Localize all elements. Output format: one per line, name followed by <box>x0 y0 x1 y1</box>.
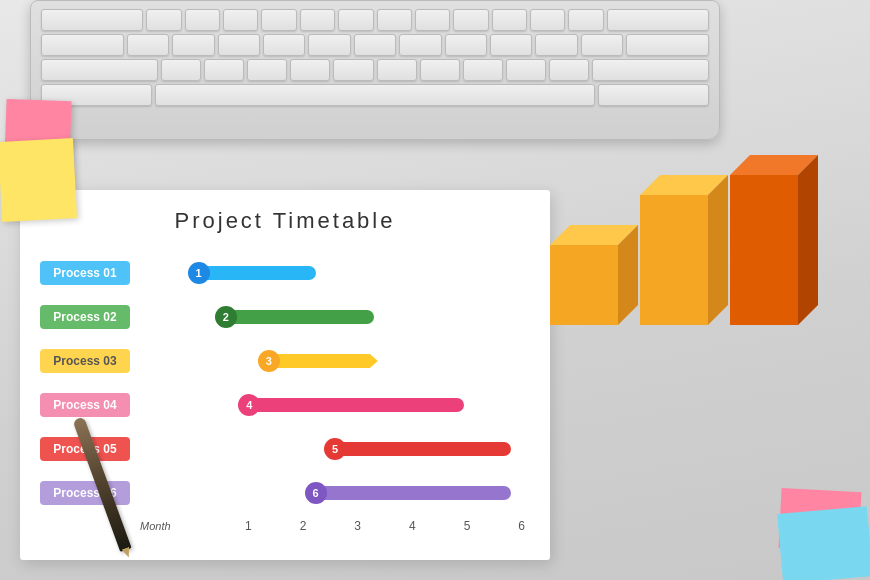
key <box>161 59 201 81</box>
key <box>41 34 124 56</box>
month-tick-4: 4 <box>409 519 416 533</box>
key <box>218 34 260 56</box>
gantt-bar-p2 <box>226 310 374 324</box>
key <box>300 9 335 31</box>
key <box>463 59 503 81</box>
key <box>530 9 565 31</box>
month-label: Month <box>140 520 230 532</box>
key <box>445 34 487 56</box>
key <box>549 59 589 81</box>
key <box>172 34 214 56</box>
key <box>415 9 450 31</box>
gantt-dot-p2: 2 <box>215 306 237 328</box>
gantt-bar-p1 <box>199 266 316 280</box>
svg-rect-3 <box>640 195 708 325</box>
gantt-dot-p3: 3 <box>258 350 280 372</box>
gantt-row-p2: Process 022 <box>40 296 530 338</box>
gantt-track-p3: 3 <box>140 340 530 382</box>
key <box>127 34 169 56</box>
month-ticks: 123456 <box>240 519 530 533</box>
month-tick-3: 3 <box>354 519 361 533</box>
process-label-p1: Process 01 <box>40 261 130 285</box>
gantt-chart: Process 011Process 022Process 033Process… <box>40 252 530 514</box>
key <box>204 59 244 81</box>
key <box>598 84 709 106</box>
gantt-row-p3: Process 033 <box>40 340 530 382</box>
keyboard <box>30 0 720 140</box>
key <box>338 9 373 31</box>
key <box>453 9 488 31</box>
month-tick-6: 6 <box>518 519 525 533</box>
gantt-dot-p6: 6 <box>305 482 327 504</box>
gantt-row-p4: Process 044 <box>40 384 530 426</box>
key <box>535 34 577 56</box>
key <box>607 9 709 31</box>
process-label-p4: Process 04 <box>40 393 130 417</box>
key <box>290 59 330 81</box>
gantt-track-p6: 6 <box>140 472 530 514</box>
svg-rect-0 <box>550 245 618 325</box>
sticky-note-yellow <box>0 138 77 222</box>
key <box>506 59 546 81</box>
gantt-row-p5: Process 055 <box>40 428 530 470</box>
svg-rect-6 <box>730 175 798 325</box>
key <box>568 9 603 31</box>
key <box>261 9 296 31</box>
key-space <box>155 84 594 106</box>
key <box>399 34 441 56</box>
process-label-p3: Process 03 <box>40 349 130 373</box>
key <box>308 34 350 56</box>
key <box>41 9 143 31</box>
gantt-bar-p5 <box>335 442 511 456</box>
key <box>333 59 373 81</box>
process-label-p6: Process 06 <box>40 481 130 505</box>
decorative-blocks <box>530 155 830 385</box>
key <box>592 59 709 81</box>
gantt-track-p4: 4 <box>140 384 530 426</box>
month-tick-1: 1 <box>245 519 252 533</box>
key <box>354 34 396 56</box>
svg-marker-5 <box>708 175 728 325</box>
process-label-p2: Process 02 <box>40 305 130 329</box>
chart-paper: Project Timetable Process 011Process 022… <box>20 190 550 560</box>
gantt-dot-p4: 4 <box>238 394 260 416</box>
gantt-track-p5: 5 <box>140 428 530 470</box>
month-tick-2: 2 <box>300 519 307 533</box>
gantt-track-p1: 1 <box>140 252 530 294</box>
key <box>223 9 258 31</box>
key <box>263 34 305 56</box>
key <box>41 59 158 81</box>
gantt-dot-p1: 1 <box>188 262 210 284</box>
key <box>420 59 460 81</box>
key <box>492 9 527 31</box>
gantt-track-p2: 2 <box>140 296 530 338</box>
key <box>146 9 181 31</box>
gantt-bar-p6 <box>316 486 511 500</box>
gantt-dot-p5: 5 <box>324 438 346 460</box>
gantt-row-p1: Process 011 <box>40 252 530 294</box>
gantt-bar-p4 <box>249 398 464 412</box>
chart-title: Project Timetable <box>40 208 530 234</box>
gantt-bar-p3 <box>269 354 378 368</box>
key <box>247 59 287 81</box>
key <box>581 34 623 56</box>
key <box>626 34 709 56</box>
key <box>490 34 532 56</box>
key <box>377 59 417 81</box>
key <box>185 9 220 31</box>
key <box>377 9 412 31</box>
svg-marker-8 <box>798 155 818 325</box>
month-tick-5: 5 <box>464 519 471 533</box>
sticky-note-blue-bottom <box>777 506 870 580</box>
